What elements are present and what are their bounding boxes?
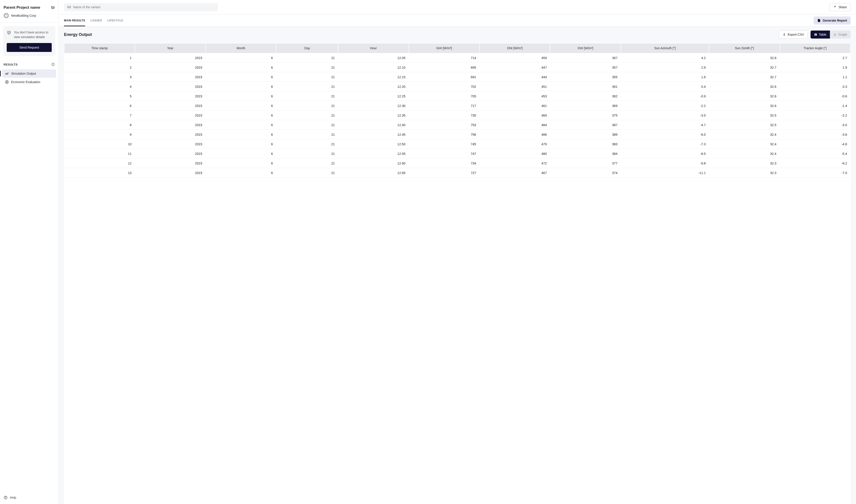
- table-cell: 21: [277, 92, 338, 101]
- export-label: Export CSV: [788, 33, 804, 36]
- table-cell: 32.6: [709, 82, 780, 91]
- table-cell: 3: [65, 73, 135, 82]
- sidebar-item-economic-evaluation[interactable]: Economic Evaluation: [2, 78, 56, 86]
- results-title: RESULTS: [3, 63, 18, 66]
- table-cell: 691: [409, 73, 479, 82]
- table-cell: 1.6: [621, 73, 709, 82]
- table-cell: 1: [65, 53, 135, 62]
- table-cell: 6: [206, 63, 276, 72]
- table-body: 1202362112.057144593674.232.82.722023621…: [65, 53, 850, 178]
- table-cell: 389: [550, 130, 621, 139]
- table-cell: 459: [480, 53, 550, 62]
- table-cell: 9: [65, 130, 135, 139]
- svg-point-3: [51, 7, 52, 7]
- access-text: You don't have access to view simulation…: [14, 30, 52, 39]
- table-cell: 32.7: [709, 63, 780, 72]
- table-cell: 2023: [135, 63, 205, 72]
- table-cell: 2.7: [780, 53, 850, 62]
- table-cell: -2.2: [780, 111, 850, 120]
- table-cell: 4: [65, 82, 135, 91]
- table-cell: 8: [65, 121, 135, 130]
- share-label: Share: [839, 5, 847, 9]
- table-cell: 32.4: [709, 130, 780, 139]
- table-cell: 2023: [135, 73, 205, 82]
- help-link[interactable]: Help: [0, 492, 58, 504]
- table-cell: 387: [550, 121, 621, 130]
- table-cell: 479: [480, 140, 550, 149]
- sidebar-item-simulation-output[interactable]: Simulation Output: [2, 69, 56, 78]
- variant-input-wrap[interactable]: V0: [64, 3, 218, 11]
- table-cell: 486: [480, 130, 550, 139]
- variant-name-input[interactable]: [73, 5, 215, 9]
- sidebar-header: Parent Project name: [0, 0, 58, 13]
- content-controls: Export CSV Table: [779, 31, 851, 38]
- table-cell: 21: [277, 111, 338, 120]
- info-icon[interactable]: [51, 62, 55, 66]
- table-cell: 753: [409, 121, 479, 130]
- svg-rect-16: [816, 34, 817, 36]
- table-cell: 21: [277, 53, 338, 62]
- table-cell: 21: [277, 168, 338, 178]
- table-cell: 32.5: [709, 121, 780, 130]
- table-cell: 4.2: [621, 53, 709, 62]
- table-wrap[interactable]: Time stampYearMonthDayHourGHI [W/m²]DNI …: [64, 43, 851, 504]
- upload-icon: [783, 33, 786, 36]
- table-cell: 21: [277, 63, 338, 72]
- org-row[interactable]: NewBuilding Corp: [0, 13, 58, 22]
- table-cell: 6: [206, 168, 276, 178]
- table-cell: 12.10: [338, 63, 409, 72]
- share-button[interactable]: Share: [830, 3, 851, 11]
- tab-losses[interactable]: LOSSES: [90, 15, 102, 26]
- table-cell: 355: [550, 73, 621, 82]
- send-request-button[interactable]: Send Request: [7, 43, 52, 52]
- table-cell: 383: [550, 140, 621, 149]
- table-cell: 6: [206, 149, 276, 158]
- preview-lock-icon: [7, 31, 11, 35]
- table-cell: 32.3: [709, 168, 780, 178]
- table-cell: 6: [206, 53, 276, 62]
- table-cell: 6: [206, 73, 276, 82]
- dollar-icon: [5, 80, 9, 84]
- toggle-table-button[interactable]: Table: [810, 31, 830, 38]
- topbar: V0 Share: [59, 0, 856, 14]
- results-section-header: RESULTS: [0, 59, 58, 68]
- generate-report-button[interactable]: Generate Report: [814, 17, 851, 24]
- table-cell: -1.4: [780, 102, 850, 110]
- toggle-graph-button[interactable]: Graph: [830, 31, 851, 38]
- table-cell: 714: [409, 53, 479, 62]
- table-cell: 12.35: [338, 111, 409, 120]
- table-cell: 12.40: [338, 121, 409, 130]
- generate-label: Generate Report: [823, 19, 847, 22]
- svg-rect-6: [7, 31, 10, 33]
- sliders-icon[interactable]: [51, 5, 55, 10]
- tab-main-results[interactable]: MAIN RESULTS: [64, 15, 85, 26]
- table-cell: 2023: [135, 149, 205, 158]
- table-cell: 12.25: [338, 92, 409, 101]
- svg-rect-15: [814, 34, 816, 36]
- graph-icon: [834, 33, 837, 36]
- table-cell: 1.9: [780, 63, 850, 72]
- table-row: 12202362112.60734472377-9.832.3-6.2: [65, 159, 850, 168]
- table-cell: -0.9: [621, 92, 709, 101]
- table-header-cell: Year: [135, 43, 205, 53]
- table-cell: 695: [409, 63, 479, 72]
- table-cell: 6: [206, 140, 276, 149]
- table-cell: 6: [65, 102, 135, 110]
- table-cell: 6: [206, 82, 276, 91]
- export-csv-button[interactable]: Export CSV: [779, 31, 808, 38]
- table-header-cell: Tracker Angle [°]: [780, 43, 850, 53]
- table-cell: 12.30: [338, 102, 409, 110]
- table-cell: 32.4: [709, 140, 780, 149]
- table-cell: 21: [277, 130, 338, 139]
- table-cell: 12.20: [338, 82, 409, 91]
- chart-line-icon: [5, 72, 9, 75]
- tab-lifecycle[interactable]: LIFECYCLE: [107, 15, 123, 26]
- table-cell: 375: [550, 111, 621, 120]
- table-cell: -4.7: [621, 121, 709, 130]
- table-cell: 12.15: [338, 73, 409, 82]
- table-cell: 12.65: [338, 168, 409, 178]
- tabs: MAIN RESULTS LOSSES LIFECYCLE: [64, 15, 123, 26]
- table-cell: 6: [206, 121, 276, 130]
- svg-rect-14: [814, 33, 817, 34]
- table-cell: 2023: [135, 168, 205, 178]
